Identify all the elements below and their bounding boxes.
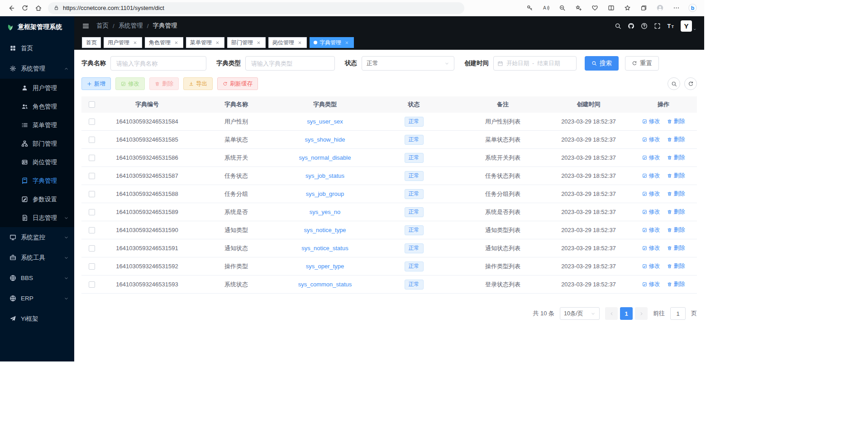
row-delete-button[interactable]: 删除 bbox=[667, 208, 685, 216]
favorites-icon[interactable] bbox=[621, 2, 634, 14]
bing-icon[interactable]: b bbox=[687, 2, 699, 14]
row-delete-button[interactable]: 删除 bbox=[667, 280, 685, 288]
edit-button[interactable]: 修改 bbox=[115, 77, 145, 90]
close-icon[interactable] bbox=[343, 39, 350, 46]
sidebar-item-user-management[interactable]: 用户管理 bbox=[0, 79, 74, 97]
row-checkbox[interactable] bbox=[89, 191, 95, 197]
next-page-button[interactable] bbox=[635, 307, 648, 320]
row-edit-button[interactable]: 修改 bbox=[642, 172, 660, 180]
sidebar-item-home[interactable]: 首页 bbox=[0, 38, 74, 58]
close-icon[interactable] bbox=[132, 39, 138, 46]
collections-icon[interactable] bbox=[638, 2, 650, 14]
row-edit-button[interactable]: 修改 bbox=[642, 154, 660, 162]
breadcrumb-system[interactable]: 系统管理 bbox=[119, 22, 143, 30]
read-aloud-icon[interactable]: A bbox=[540, 2, 552, 14]
row-edit-button[interactable]: 修改 bbox=[642, 190, 660, 198]
row-edit-button[interactable]: 修改 bbox=[642, 280, 660, 288]
row-delete-button[interactable]: 删除 bbox=[667, 244, 685, 252]
browser-essentials-icon[interactable] bbox=[589, 2, 601, 14]
address-bar[interactable]: https://ccnetcore.com:1101/system/dict bbox=[48, 2, 464, 14]
close-icon[interactable] bbox=[296, 39, 303, 46]
row-edit-button[interactable]: 修改 bbox=[642, 262, 660, 270]
row-delete-button[interactable]: 删除 bbox=[667, 154, 685, 162]
row-delete-button[interactable]: 删除 bbox=[667, 118, 685, 125]
help-icon[interactable] bbox=[641, 23, 648, 29]
export-button[interactable]: 导出 bbox=[183, 77, 213, 90]
tab-post-management[interactable]: 岗位管理 bbox=[268, 37, 307, 48]
row-delete-button[interactable]: 删除 bbox=[667, 172, 685, 180]
row-checkbox[interactable] bbox=[89, 227, 95, 233]
sidebar-item-post-management[interactable]: 岗位管理 bbox=[0, 153, 74, 171]
goto-page-input[interactable] bbox=[670, 307, 686, 320]
sidebar-item-param-settings[interactable]: 参数设置 bbox=[0, 190, 74, 209]
page-1-button[interactable]: 1 bbox=[620, 307, 633, 320]
add-button[interactable]: 新增 bbox=[81, 77, 111, 90]
password-key-icon[interactable] bbox=[524, 2, 536, 14]
dict-type-input[interactable] bbox=[245, 56, 335, 71]
add-favorite-icon[interactable] bbox=[572, 2, 585, 14]
fullscreen-icon[interactable] bbox=[654, 23, 661, 29]
refresh-button[interactable] bbox=[18, 1, 32, 15]
more-options-icon[interactable] bbox=[670, 2, 682, 14]
row-delete-button[interactable]: 删除 bbox=[667, 226, 685, 234]
date-range-picker[interactable]: 开始日期 - 结束日期 bbox=[493, 56, 577, 71]
zoom-icon[interactable] bbox=[556, 2, 568, 14]
row-edit-button[interactable]: 修改 bbox=[642, 226, 660, 234]
sidebar-item-system-management[interactable]: 系统管理 bbox=[0, 58, 74, 79]
breadcrumb-home[interactable]: 首页 bbox=[96, 22, 109, 30]
row-checkbox[interactable] bbox=[89, 263, 95, 270]
row-checkbox[interactable] bbox=[89, 281, 95, 288]
row-checkbox[interactable] bbox=[89, 173, 95, 179]
dict-type-link[interactable]: sys_job_status bbox=[305, 172, 344, 179]
refresh-cache-button[interactable]: 刷新缓存 bbox=[217, 77, 258, 90]
sidebar-item-yi-framework[interactable]: Yi框架 bbox=[0, 309, 74, 329]
row-edit-button[interactable]: 修改 bbox=[642, 244, 660, 252]
sidebar-item-dept-management[interactable]: 部门管理 bbox=[0, 134, 74, 153]
row-checkbox[interactable] bbox=[89, 137, 95, 143]
row-checkbox[interactable] bbox=[89, 155, 95, 161]
close-icon[interactable] bbox=[255, 39, 262, 46]
row-edit-button[interactable]: 修改 bbox=[642, 208, 660, 216]
status-select[interactable]: 正常 bbox=[362, 56, 454, 71]
toggle-search-button[interactable] bbox=[668, 77, 680, 90]
sidebar-item-erp[interactable]: ERP bbox=[0, 288, 74, 309]
delete-button[interactable]: 删除 bbox=[149, 77, 179, 90]
font-size-icon[interactable]: TT bbox=[667, 22, 675, 30]
close-icon[interactable] bbox=[214, 39, 220, 46]
row-edit-button[interactable]: 修改 bbox=[642, 118, 660, 125]
dict-type-link[interactable]: sys_yes_no bbox=[310, 209, 341, 215]
sidebar-item-log-management[interactable]: 日志管理 bbox=[0, 209, 74, 227]
tab-menu-management[interactable]: 菜单管理 bbox=[186, 37, 224, 48]
tab-user-management[interactable]: 用户管理 bbox=[104, 37, 142, 48]
dict-type-link[interactable]: sys_oper_type bbox=[306, 263, 344, 270]
dict-type-link[interactable]: sys_common_status bbox=[298, 281, 352, 288]
github-icon[interactable] bbox=[628, 23, 634, 29]
dict-type-link[interactable]: sys_normal_disable bbox=[299, 154, 351, 161]
tab-dict-management[interactable]: 字典管理 bbox=[310, 37, 354, 48]
select-all-checkbox[interactable] bbox=[89, 101, 95, 108]
dict-name-input[interactable] bbox=[110, 56, 206, 71]
dict-type-link[interactable]: sys_user_sex bbox=[307, 118, 343, 125]
back-button[interactable] bbox=[5, 1, 18, 15]
row-checkbox[interactable] bbox=[89, 209, 95, 215]
dict-type-link[interactable]: sys_notice_status bbox=[301, 245, 348, 252]
profile-avatar[interactable] bbox=[654, 2, 666, 14]
reset-button[interactable]: 重置 bbox=[625, 56, 659, 71]
row-checkbox[interactable] bbox=[89, 245, 95, 252]
sidebar-item-role-management[interactable]: 角色管理 bbox=[0, 97, 74, 116]
search-button[interactable]: 搜索 bbox=[585, 56, 619, 71]
home-button[interactable] bbox=[32, 1, 45, 15]
sidebar-item-system-monitor[interactable]: 系统监控 bbox=[0, 227, 74, 247]
row-delete-button[interactable]: 删除 bbox=[667, 190, 685, 198]
sidebar-item-menu-management[interactable]: 菜单管理 bbox=[0, 116, 74, 134]
refresh-table-button[interactable] bbox=[684, 77, 697, 90]
tab-dept-management[interactable]: 部门管理 bbox=[227, 37, 266, 48]
close-icon[interactable] bbox=[173, 39, 179, 46]
dict-type-link[interactable]: sys_job_group bbox=[306, 190, 344, 197]
tab-role-management[interactable]: 角色管理 bbox=[145, 37, 183, 48]
dict-type-link[interactable]: sys_show_hide bbox=[305, 136, 345, 143]
split-screen-icon[interactable] bbox=[605, 2, 617, 14]
page-size-select[interactable]: 10条/页 bbox=[560, 307, 600, 320]
sidebar-item-system-tools[interactable]: 系统工具 bbox=[0, 247, 74, 268]
user-avatar[interactable]: Y bbox=[681, 20, 696, 32]
